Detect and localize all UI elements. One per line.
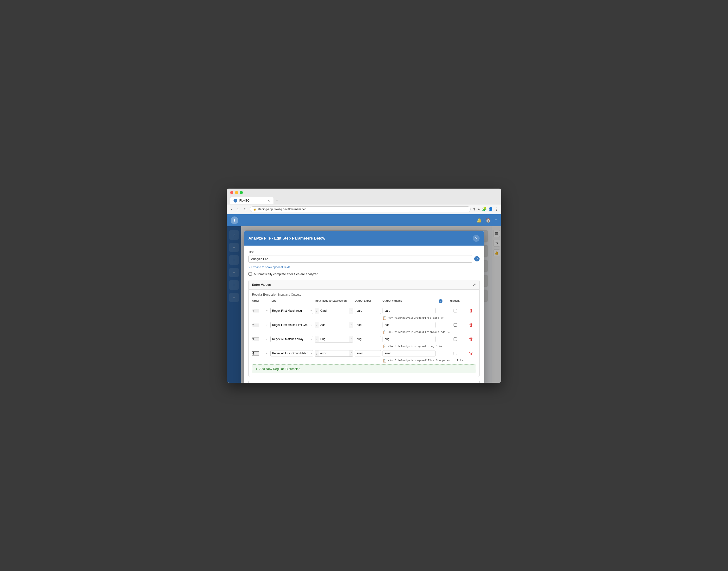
- copy-3-icon[interactable]: 📋: [382, 344, 387, 348]
- hidden-4-checkbox[interactable]: [454, 352, 457, 355]
- notification-icon[interactable]: 🔔: [476, 218, 482, 223]
- regex-1-input-wrapper: / /: [314, 308, 353, 314]
- order-4-arrow-icon: ▾: [266, 352, 267, 355]
- regex-4-input[interactable]: [319, 350, 349, 356]
- regex-1-input[interactable]: [319, 308, 349, 314]
- values-section: Enter Values ⤢ Regular Expression Input …: [249, 280, 479, 377]
- upload-section[interactable]: Upload file to test regex pattern: [249, 381, 479, 383]
- label-2-input[interactable]: [355, 322, 381, 328]
- table-row: 1234 ▾ Regex First Match result Regex Fi…: [252, 350, 476, 362]
- add-regex-button[interactable]: + Add New Regular Expression: [252, 364, 476, 373]
- th-delete: [466, 299, 476, 303]
- th-help[interactable]: ?: [437, 299, 444, 303]
- hint-2-text: <%= fileAnalysis.regexFirstGroup.add %>: [388, 331, 450, 334]
- maximize-window-dot[interactable]: [240, 191, 243, 194]
- regex-row-1: 1234 ▾ Regex First Match result Regex Fi…: [252, 308, 476, 314]
- hidden-3-checkbox[interactable]: [454, 337, 457, 341]
- delete-2-button[interactable]: 🗑: [466, 322, 476, 328]
- delete-3-button[interactable]: 🗑: [466, 336, 476, 342]
- regex-row-4: 1234 ▾ Regex First Match result Regex Fi…: [252, 350, 476, 357]
- active-tab[interactable]: F FlowEQ ✕: [230, 197, 273, 204]
- order-4-select-wrapper: 1234 ▾: [252, 351, 269, 355]
- new-tab-button[interactable]: +: [273, 197, 280, 204]
- hidden-2-checkbox[interactable]: [454, 323, 457, 327]
- regex-row-3: 1234 ▾ Regex First Match result Regex Fi…: [252, 336, 476, 343]
- type-3-select[interactable]: Regex First Match result Regex First Mat…: [270, 336, 313, 342]
- order-1-select-wrapper: 1234 ▾: [252, 309, 269, 313]
- reload-button[interactable]: ↻: [242, 206, 248, 212]
- regex-3-input[interactable]: [319, 336, 349, 342]
- more-icon[interactable]: ⋮: [494, 207, 498, 211]
- add-regex-label: Add New Regular Expression: [260, 367, 300, 371]
- auto-complete-checkbox-row: Automatically complete after files are a…: [249, 272, 479, 276]
- label-4-input[interactable]: [355, 350, 381, 356]
- auto-complete-checkbox[interactable]: [249, 272, 252, 276]
- home-icon[interactable]: 🏠: [485, 218, 491, 223]
- variable-3-hint: 📋 <%= fileAnalysis.regexAll.bug.1 %>: [382, 344, 465, 348]
- type-4-select-wrapper: Regex First Match result Regex First Mat…: [270, 350, 313, 356]
- minimize-window-dot[interactable]: [235, 191, 238, 194]
- order-1-select[interactable]: 1234: [252, 309, 259, 313]
- browser-titlebar: F FlowEQ ✕ +: [227, 189, 501, 205]
- auto-complete-label: Automatically complete after files are a…: [254, 272, 318, 276]
- variable-4-input[interactable]: [382, 350, 436, 356]
- order-2-arrow-icon: ▾: [266, 324, 267, 326]
- delete-1-button[interactable]: 🗑: [466, 308, 476, 314]
- copy-1-icon[interactable]: 📋: [382, 316, 387, 320]
- modal-overlay: Analyze File - Edit Step Parameters Belo…: [227, 226, 501, 383]
- hidden-1-checkbox[interactable]: [454, 309, 457, 313]
- hamburger-menu-icon[interactable]: ≡: [495, 218, 497, 223]
- copy-2-icon[interactable]: 📋: [382, 330, 387, 334]
- order-3-select[interactable]: 1234: [252, 337, 259, 341]
- variable-1-hint: 📋 <%= fileAnalysis.regexFirst.card %>: [382, 316, 465, 320]
- variable-3-input[interactable]: [382, 336, 436, 342]
- hidden-3-checkbox-wrapper: [446, 337, 465, 341]
- label-3-input[interactable]: [355, 336, 381, 342]
- expand-optional-row[interactable]: Expand to show optional fields: [249, 265, 479, 269]
- table-row: 1234 ▾ Regex First Match result Regex Fi…: [252, 336, 476, 348]
- forward-button[interactable]: ›: [236, 207, 240, 212]
- modal-close-button[interactable]: ✕: [473, 235, 479, 242]
- order-2-select[interactable]: 1234: [252, 323, 259, 327]
- close-window-dot[interactable]: [230, 191, 233, 194]
- regex-2-input[interactable]: [319, 322, 349, 328]
- type-2-select-wrapper: Regex First Match result Regex First Mat…: [270, 322, 313, 328]
- fullscreen-expand-icon[interactable]: ⤢: [473, 282, 476, 287]
- type-4-select[interactable]: Regex First Match result Regex First Mat…: [270, 350, 313, 356]
- label-1-input[interactable]: [355, 308, 381, 314]
- type-1-select[interactable]: Regex First Match result Regex First Mat…: [270, 308, 313, 314]
- share-icon[interactable]: ⬆: [473, 207, 476, 211]
- type-1-select-wrapper: Regex First Match result Regex First Mat…: [270, 308, 313, 314]
- title-help-button[interactable]: ?: [474, 256, 479, 261]
- profile-icon[interactable]: 👤: [488, 207, 493, 211]
- delete-4-button[interactable]: 🗑: [466, 350, 476, 356]
- type-2-select[interactable]: Regex First Match result Regex First Mat…: [270, 322, 313, 328]
- regex-4-input-wrapper: / /: [314, 350, 353, 357]
- order-4-select[interactable]: 1234: [252, 351, 259, 355]
- address-bar[interactable]: 🔒 staging-app.floweq.dev/flow-manager: [250, 206, 471, 212]
- extensions-icon[interactable]: 🧩: [482, 207, 487, 211]
- bookmark-icon[interactable]: ★: [477, 207, 480, 211]
- app-content: f 🔔 🏠 ≡ ‹ + + + + + A: [227, 214, 501, 383]
- regex-1-slash-left: /: [315, 308, 319, 314]
- variable-2-hint: 📋 <%= fileAnalysis.regexFirstGroup.add %…: [382, 330, 465, 334]
- table-row: 1234 ▾ Regex First Match result Regex Fi…: [252, 308, 476, 320]
- app-logo: f: [231, 217, 238, 224]
- variable-1-input[interactable]: [382, 308, 436, 314]
- tab-favicon: F: [234, 199, 238, 203]
- back-button[interactable]: ‹: [230, 207, 234, 212]
- tab-close-button[interactable]: ✕: [267, 199, 270, 203]
- table-header: Order Type Input Regular Expression Outp…: [252, 299, 476, 305]
- order-3-select-wrapper: 1234 ▾: [252, 337, 269, 341]
- app-header-actions: 🔔 🏠 ≡: [476, 218, 497, 223]
- variable-help-button[interactable]: ?: [439, 299, 443, 303]
- regex-3-slash-left: /: [315, 336, 319, 342]
- th-hidden: Hidden?: [446, 299, 465, 303]
- variable-2-input[interactable]: [382, 322, 436, 328]
- th-type: Type: [270, 299, 313, 303]
- title-input[interactable]: [249, 255, 472, 263]
- variable-4-hint: 📋 <%= fileAnalysis.regexAllFirstGroups.e…: [382, 359, 465, 362]
- regex-4-slash-right: /: [349, 350, 353, 356]
- values-section-title: Enter Values: [252, 283, 271, 287]
- copy-4-icon[interactable]: 📋: [382, 359, 387, 362]
